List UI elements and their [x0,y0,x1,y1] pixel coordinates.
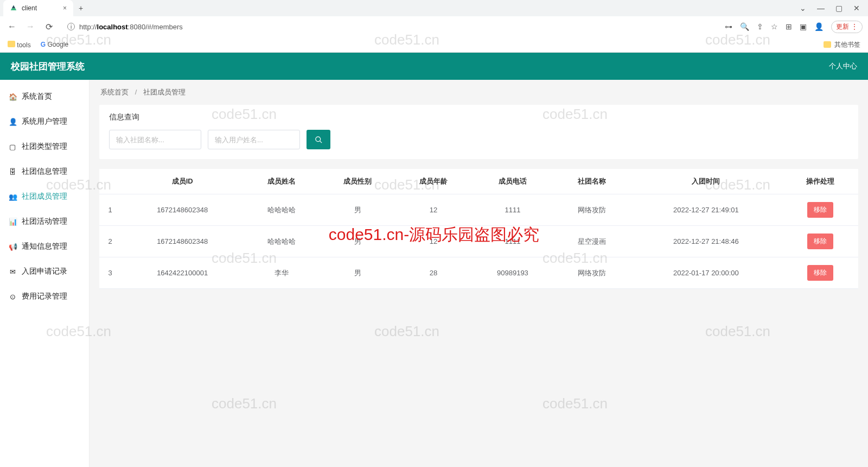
search-icon [315,136,323,144]
cell-age: 12 [395,194,471,226]
user-name-input[interactable] [208,130,300,149]
breadcrumb-current: 社团成员管理 [143,88,186,96]
search-card: 信息查询 [99,105,858,159]
col-index [99,169,121,194]
bookmarks-bar: tools G Google 其他书签 [0,37,868,52]
cell-name: 李华 [244,257,320,289]
sidebar: 🏠系统首页 👤系统用户管理 ▢社团类型管理 🗄社团信息管理 👥社团成员管理 📊社… [0,80,90,467]
cell-action: 移除 [782,257,858,289]
maximize-icon[interactable]: ▢ [835,4,843,12]
profile-icon[interactable]: 👤 [814,22,824,31]
cell-id: 1642422100001 [121,257,244,289]
close-icon[interactable]: × [63,4,67,12]
app-title: 校园社团管理系统 [11,60,85,73]
club-name-input[interactable] [109,130,201,149]
col-age: 成员年龄 [395,169,471,194]
svg-point-0 [315,136,320,141]
key-icon[interactable]: ⊶ [725,22,732,31]
chevron-down-icon[interactable]: ⌄ [800,4,806,12]
sidebar-item-label: 社团活动管理 [22,217,67,226]
sidebar-item-label: 系统首页 [22,92,52,102]
sidebar-item-fees[interactable]: ⊙费用记录管理 [0,284,89,309]
bookmark-tools[interactable]: tools [8,41,31,49]
folder-icon [8,41,15,47]
search-icon[interactable]: 🔍 [740,22,749,31]
url-text: http://localhost:8080/#/members [79,23,183,31]
delete-button[interactable]: 移除 [807,265,833,281]
sidebar-item-club-info[interactable]: 🗄社团信息管理 [0,159,89,184]
back-icon[interactable]: ← [5,22,18,31]
cell-gender: 男 [320,257,395,289]
cell-action: 移除 [782,226,858,257]
update-button[interactable]: 更新⋮ [831,21,863,33]
sidebar-item-label: 社团成员管理 [22,192,67,201]
new-tab-button[interactable]: + [73,4,88,12]
sidebar-item-activities[interactable]: 📊社团活动管理 [0,209,89,234]
close-window-icon[interactable]: ✕ [853,4,860,12]
delete-button[interactable]: 移除 [807,202,833,218]
main-content: 系统首页 / 社团成员管理 信息查询 成员ID 成员姓名 [90,80,868,467]
megaphone-icon: 📢 [9,243,16,251]
bookmark-other[interactable]: 其他书签 [824,40,860,49]
info-icon: 🗄 [9,168,16,176]
sidebar-item-notices[interactable]: 📢通知信息管理 [0,234,89,259]
home-icon: 🏠 [9,93,16,101]
table-row: 21672148602348哈哈哈哈男121111星空漫画2022-12-27 … [99,226,858,257]
cell-name: 哈哈哈哈 [244,194,320,226]
google-icon: G [41,41,46,48]
sidebar-item-members[interactable]: 👥社团成员管理 [0,184,89,209]
tab-title: client [22,4,37,12]
personal-center-link[interactable]: 个人中心 [829,61,857,71]
browser-tab[interactable]: client × [3,0,73,16]
cell-age: 28 [395,257,471,289]
address-bar: ← → ⟳ i http://localhost:8080/#/members … [0,16,868,37]
cell-club: 星空漫画 [554,226,630,257]
vue-favicon-icon [10,4,17,12]
forward-icon[interactable]: → [24,22,37,31]
cell-index: 1 [99,194,121,226]
sidebar-item-home[interactable]: 🏠系统首页 [0,84,89,109]
cell-club: 网络攻防 [554,194,630,226]
sidebar-item-label: 社团信息管理 [22,167,67,176]
col-club: 社团名称 [554,169,630,194]
record-icon: ⊙ [9,293,16,301]
cell-name: 哈哈哈哈 [244,226,320,257]
table-row: 11672148602348哈哈哈哈男121111网络攻防2022-12-27 … [99,194,858,226]
sidebar-item-label: 费用记录管理 [22,292,67,301]
search-button[interactable] [307,130,330,149]
bookmark-google[interactable]: G Google [41,41,68,48]
sidebar-item-applications[interactable]: ✉入团申请记录 [0,259,89,284]
members-table-card: 成员ID 成员姓名 成员性别 成员年龄 成员电话 社团名称 入团时间 操作处理 … [99,169,858,289]
cell-club: 网络攻防 [554,257,630,289]
cell-gender: 男 [320,226,395,257]
cell-id: 1672148602348 [121,194,244,226]
bookmark-star-icon[interactable]: ☆ [771,22,778,31]
sidebar-item-club-type[interactable]: ▢社团类型管理 [0,134,89,159]
cell-phone: 1111 [471,226,554,257]
delete-button[interactable]: 移除 [807,234,833,249]
reload-icon[interactable]: ⟳ [42,22,55,32]
col-time: 入团时间 [630,169,782,194]
cell-time: 2022-12-27 21:49:01 [630,194,782,226]
cell-phone: 1111 [471,194,554,226]
extensions-icon[interactable]: ⊞ [786,22,792,31]
col-action: 操作处理 [782,169,858,194]
cell-phone: 90989193 [471,257,554,289]
tab-bar: client × + ⌄ — ▢ ✕ [0,0,868,16]
window-controls: ⌄ — ▢ ✕ [792,4,868,12]
breadcrumb: 系统首页 / 社团成员管理 [90,80,868,105]
breadcrumb-root[interactable]: 系统首页 [100,88,129,96]
col-name: 成员姓名 [244,169,320,194]
url-input[interactable]: i http://localhost:8080/#/members [61,21,189,33]
side-panel-icon[interactable]: ▣ [800,22,807,31]
info-icon[interactable]: i [67,23,75,30]
type-icon: ▢ [9,143,16,151]
members-table: 成员ID 成员姓名 成员性别 成员年龄 成员电话 社团名称 入团时间 操作处理 … [99,169,858,289]
cell-age: 12 [395,226,471,257]
breadcrumb-separator: / [135,88,137,96]
col-gender: 成员性别 [320,169,395,194]
sidebar-item-users[interactable]: 👤系统用户管理 [0,109,89,134]
minimize-icon[interactable]: — [817,4,825,12]
share-icon[interactable]: ⇪ [757,22,763,31]
sidebar-item-label: 社团类型管理 [22,142,67,152]
